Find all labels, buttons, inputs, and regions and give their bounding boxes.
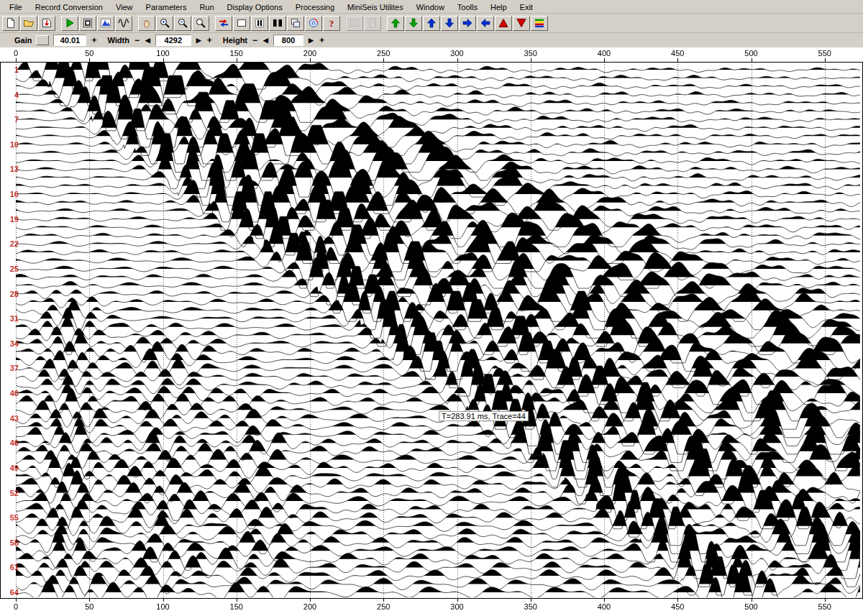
gain-label: Gain	[14, 36, 32, 45]
height-right-arrow-button[interactable]: ▶	[308, 37, 314, 44]
gain-browse-button[interactable]	[36, 35, 49, 45]
zoom-out-icon	[177, 17, 188, 29]
save-document-icon	[41, 17, 52, 29]
menu-item-help[interactable]: Help	[484, 1, 513, 13]
red-down-triangle-icon	[516, 17, 527, 29]
swap-arrows-icon	[218, 17, 229, 29]
zoom-in-button[interactable]	[156, 16, 173, 31]
gain-value-field[interactable]: 40.01	[53, 35, 86, 46]
app-window: FileRecord ConversionViewParametersRunDi…	[0, 0, 863, 47]
width-left-arrow-button[interactable]: ◀	[145, 37, 151, 44]
black-bars-icon	[272, 17, 283, 29]
zoom-window-button[interactable]	[192, 16, 209, 31]
menu-item-window[interactable]: Window	[410, 1, 451, 13]
wiggle-trace-icon	[118, 17, 129, 29]
svg-text:?: ?	[329, 18, 334, 29]
blue-peak-icon	[100, 17, 111, 29]
width-plus-button[interactable]: +	[206, 36, 213, 45]
height-label: Height	[223, 36, 247, 45]
control-bar: Gain 40.01 + Width − ◀ 4292 ▶ + Height −…	[0, 33, 863, 47]
blank-display-button[interactable]	[233, 16, 250, 31]
blue-right-arrow-icon	[462, 17, 473, 29]
variable-area-button[interactable]	[269, 16, 286, 31]
zoom-in-icon	[159, 17, 170, 29]
green-up-arrow-button[interactable]	[387, 16, 404, 31]
menu-item-view[interactable]: View	[109, 1, 140, 13]
seismic-traces-canvas[interactable]	[0, 47, 863, 616]
menu-item-record-conversion[interactable]: Record Conversion	[29, 1, 109, 13]
run-play-icon	[64, 17, 76, 29]
zoom-out-button[interactable]	[174, 16, 191, 31]
green-down-arrow-icon	[408, 17, 419, 29]
red-down-triangle-button[interactable]	[513, 16, 530, 31]
width-value-field[interactable]: 4292	[155, 35, 191, 46]
cursor-readout: T=283.91 ms, Trace=44	[439, 411, 529, 421]
question-mark-icon: ?	[326, 17, 337, 29]
cascade-windows-icon	[290, 17, 301, 29]
menu-item-parameters[interactable]: Parameters	[140, 1, 193, 13]
menu-item-run[interactable]: Run	[193, 1, 220, 13]
green-up-arrow-icon	[390, 17, 401, 29]
blue-left-arrow-icon	[480, 17, 491, 29]
height-minus-button[interactable]: −	[252, 36, 258, 45]
color-scale-button[interactable]	[531, 16, 548, 31]
seismic-plot-area: 0050501001001501502002002502503003003503…	[0, 47, 863, 616]
dithered-doc-icon	[367, 17, 378, 29]
blue-down-arrow-button[interactable]	[441, 16, 458, 31]
blue-up-arrow-icon	[426, 17, 437, 29]
pause-button[interactable]	[251, 16, 268, 31]
pause-bars-icon	[254, 17, 265, 29]
menu-item-exit[interactable]: Exit	[513, 1, 539, 13]
new-document-icon	[5, 17, 17, 29]
blue-down-arrow-icon	[444, 17, 455, 29]
open-file-button[interactable]	[20, 16, 37, 31]
swap-direction-button[interactable]	[215, 16, 232, 31]
stop-square-icon	[82, 17, 93, 29]
dithered-grid-icon	[349, 17, 360, 29]
grid-button[interactable]	[346, 16, 363, 31]
stop-display-button[interactable]	[79, 16, 96, 31]
menu-item-miniseis-utilites[interactable]: MiniSeis Utilites	[341, 1, 410, 13]
pan-button[interactable]	[138, 16, 155, 31]
cascade-windows-button[interactable]	[287, 16, 304, 31]
hand-icon	[141, 17, 152, 29]
save-export-button[interactable]	[38, 16, 55, 31]
height-value-field[interactable]: 800	[273, 35, 303, 46]
color-bars-icon	[534, 17, 545, 29]
gain-plus-button[interactable]: +	[91, 36, 97, 45]
red-up-triangle-button[interactable]	[495, 16, 512, 31]
width-right-arrow-button[interactable]: ▶	[196, 37, 202, 44]
open-folder-icon	[23, 17, 35, 29]
amplitude-display-button[interactable]	[97, 16, 114, 31]
blue-right-arrow-button[interactable]	[459, 16, 476, 31]
magnifier-icon	[195, 17, 206, 29]
width-minus-button[interactable]: −	[134, 36, 140, 45]
run-button[interactable]	[61, 16, 78, 31]
disc-button[interactable]	[305, 16, 322, 31]
blue-left-arrow-button[interactable]	[477, 16, 494, 31]
menu-item-processing[interactable]: Processing	[289, 1, 341, 13]
height-plus-button[interactable]: +	[319, 36, 325, 45]
green-down-arrow-button[interactable]	[405, 16, 422, 31]
blue-up-arrow-button[interactable]	[423, 16, 440, 31]
menu-item-file[interactable]: File	[3, 1, 29, 13]
width-label: Width	[107, 36, 129, 45]
new-file-button[interactable]	[2, 16, 19, 31]
report-button[interactable]	[364, 16, 381, 31]
toolbar: ?	[0, 14, 863, 33]
menu-item-toolls[interactable]: Toolls	[451, 1, 484, 13]
wiggle-display-button[interactable]	[115, 16, 132, 31]
red-up-triangle-icon	[498, 17, 509, 29]
white-rect-icon	[236, 17, 247, 29]
disc-icon	[308, 17, 319, 29]
help-button[interactable]: ?	[323, 16, 340, 31]
menu-bar: FileRecord ConversionViewParametersRunDi…	[0, 0, 863, 14]
height-left-arrow-button[interactable]: ◀	[262, 37, 269, 44]
menu-item-display-options[interactable]: Display Options	[221, 1, 289, 13]
